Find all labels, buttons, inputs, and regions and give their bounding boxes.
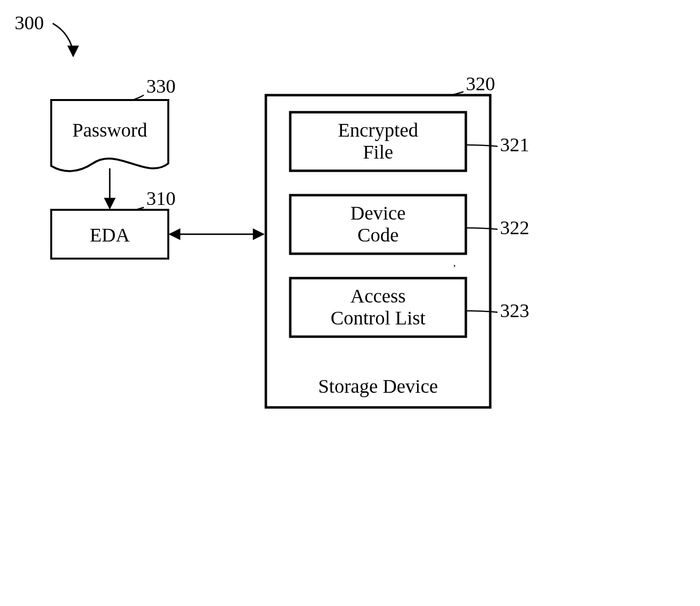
acl-line2: Control List: [331, 307, 425, 329]
item3-ref-label: 323: [500, 300, 529, 322]
eda-label: EDA: [90, 224, 130, 246]
password-block: Password: [51, 100, 168, 171]
storage-device-block: Storage Device Encrypted File Device Cod…: [266, 95, 490, 407]
item1-ref-label: 321: [500, 134, 529, 156]
device-code-line1: Device: [350, 202, 405, 224]
figure-ref-label: 300: [15, 12, 44, 34]
password-ref-label: 330: [146, 75, 176, 97]
diagram-root: 300 Password 330 EDA 310 Storage Device …: [0, 0, 700, 606]
storage-ref-label: 320: [466, 73, 495, 95]
device-code-line2: Code: [358, 224, 399, 246]
artifact-tick: ,: [453, 256, 456, 268]
storage-device-title: Storage Device: [318, 375, 438, 397]
eda-ref-label: 310: [146, 187, 176, 209]
eda-block: EDA: [51, 210, 168, 259]
item2-ref-label: 322: [500, 217, 529, 239]
password-label: Password: [72, 119, 147, 141]
device-code-block: Device Code: [290, 195, 466, 254]
figure-ref-arrow: [53, 23, 73, 56]
acl-line1: Access: [350, 285, 405, 307]
encrypted-file-line1: Encrypted: [338, 119, 418, 141]
acl-block: Access Control List: [290, 278, 466, 337]
encrypted-file-line2: File: [363, 141, 393, 163]
encrypted-file-block: Encrypted File: [290, 112, 466, 171]
